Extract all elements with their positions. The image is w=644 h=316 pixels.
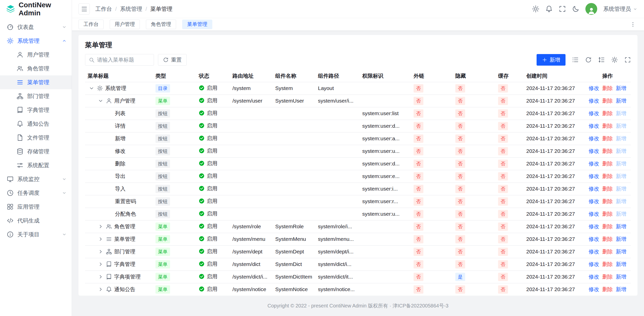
delete-link[interactable]: 删除 xyxy=(602,198,613,204)
delete-link[interactable]: 删除 xyxy=(602,211,613,217)
delete-link[interactable]: 删除 xyxy=(602,110,613,116)
add-link[interactable]: 新增 xyxy=(616,261,626,267)
modify-link[interactable]: 修改 xyxy=(589,286,599,292)
table-fullscreen-icon[interactable] xyxy=(624,57,631,63)
dark-mode-moon-icon[interactable] xyxy=(572,5,579,13)
delete-link[interactable]: 删除 xyxy=(602,173,613,179)
modify-link[interactable]: 修改 xyxy=(589,186,599,192)
chevron-right-icon[interactable] xyxy=(98,236,104,242)
delete-link[interactable]: 删除 xyxy=(602,249,613,254)
delete-link[interactable]: 删除 xyxy=(602,286,613,292)
add-link[interactable]: 新增 xyxy=(616,223,626,229)
sidebar-item[interactable]: 任务调度 xyxy=(0,186,72,200)
sidebar-item[interactable]: 仪表盘 xyxy=(0,20,72,34)
sidebar-item[interactable]: 应用管理 xyxy=(0,200,72,214)
add-link[interactable]: 新增 xyxy=(616,198,626,204)
add-link[interactable]: 新增 xyxy=(616,123,626,129)
tab[interactable]: 工作台 xyxy=(78,20,104,29)
stripe-icon[interactable] xyxy=(572,57,579,63)
breadcrumb-item[interactable]: 菜单管理 xyxy=(150,5,172,13)
add-link[interactable]: 新增 xyxy=(616,136,626,141)
delete-link[interactable]: 删除 xyxy=(602,223,613,229)
row-height-icon[interactable] xyxy=(598,57,605,63)
delete-link[interactable]: 删除 xyxy=(602,261,613,267)
delete-link[interactable]: 删除 xyxy=(602,98,613,104)
sidebar-subitem[interactable]: 文件管理 xyxy=(0,131,72,145)
add-link[interactable]: 新增 xyxy=(616,249,626,254)
sidebar-subitem[interactable]: 字典管理 xyxy=(0,103,72,117)
modify-link[interactable]: 修改 xyxy=(589,249,599,254)
add-link[interactable]: 新增 xyxy=(616,173,626,179)
add-link[interactable]: 新增 xyxy=(616,211,626,217)
delete-link[interactable]: 删除 xyxy=(602,236,613,242)
sidebar-subitem[interactable]: 菜单管理 xyxy=(0,75,72,89)
sidebar-subitem[interactable]: 角色管理 xyxy=(0,62,72,75)
user-menu[interactable]: 系统管理员 xyxy=(603,5,637,13)
chevron-right-icon[interactable] xyxy=(98,223,104,230)
reset-button[interactable]: 重置 xyxy=(158,54,187,66)
chevron-down-icon[interactable] xyxy=(98,98,104,104)
modify-link[interactable]: 修改 xyxy=(589,274,599,280)
delete-link[interactable]: 删除 xyxy=(602,136,613,141)
add-link[interactable]: 新增 xyxy=(616,148,626,154)
notification-bell-icon[interactable] xyxy=(545,5,553,13)
add-link[interactable]: 新增 xyxy=(616,274,626,280)
add-link[interactable]: 新增 xyxy=(616,85,626,91)
search-input[interactable] xyxy=(97,57,150,63)
modify-link[interactable]: 修改 xyxy=(589,136,599,141)
sidebar-item[interactable]: 系统管理 xyxy=(0,34,72,48)
sidebar-subitem[interactable]: 系统配置 xyxy=(0,158,72,172)
modify-link[interactable]: 修改 xyxy=(589,148,599,154)
tab[interactable]: 角色管理 xyxy=(146,20,176,29)
settings-gear-icon[interactable] xyxy=(532,5,539,13)
chevron-right-icon[interactable] xyxy=(98,261,104,267)
modify-link[interactable]: 修改 xyxy=(589,261,599,267)
avatar[interactable] xyxy=(585,3,597,15)
sidebar-item[interactable]: 关于项目 xyxy=(0,228,72,241)
modify-link[interactable]: 修改 xyxy=(589,110,599,116)
modify-link[interactable]: 修改 xyxy=(589,236,599,242)
modify-link[interactable]: 修改 xyxy=(589,161,599,166)
column-settings-icon[interactable] xyxy=(611,57,618,63)
add-link[interactable]: 新增 xyxy=(616,110,626,116)
tab-more-button[interactable] xyxy=(628,20,637,29)
delete-link[interactable]: 删除 xyxy=(602,186,613,192)
modify-link[interactable]: 修改 xyxy=(589,223,599,229)
delete-link[interactable]: 删除 xyxy=(602,161,613,166)
delete-link[interactable]: 删除 xyxy=(602,148,613,154)
logo[interactable]: ContiNew Admin xyxy=(0,0,72,18)
chevron-right-icon[interactable] xyxy=(98,286,104,292)
chevron-down-icon[interactable] xyxy=(89,85,95,91)
refresh-table-icon[interactable] xyxy=(585,57,592,63)
add-link[interactable]: 新增 xyxy=(616,98,626,104)
modify-link[interactable]: 修改 xyxy=(589,173,599,179)
delete-link[interactable]: 删除 xyxy=(602,123,613,129)
breadcrumb-item[interactable]: 工作台 xyxy=(95,5,112,13)
fullscreen-icon[interactable] xyxy=(559,5,566,13)
add-button[interactable]: 新增 xyxy=(537,54,566,66)
sidebar-subitem[interactable]: 通知公告 xyxy=(0,117,72,131)
sidebar-subitem[interactable]: 部门管理 xyxy=(0,89,72,103)
sidebar-collapse-button[interactable] xyxy=(78,3,90,15)
add-link[interactable]: 新增 xyxy=(616,186,626,192)
modify-link[interactable]: 修改 xyxy=(589,123,599,129)
delete-link[interactable]: 删除 xyxy=(602,274,613,280)
modify-link[interactable]: 修改 xyxy=(589,198,599,204)
delete-link[interactable]: 删除 xyxy=(602,85,613,91)
modify-link[interactable]: 修改 xyxy=(589,85,599,91)
add-link[interactable]: 新增 xyxy=(616,161,626,166)
modify-link[interactable]: 修改 xyxy=(589,98,599,104)
tab[interactable]: 用户管理 xyxy=(110,20,140,29)
add-link[interactable]: 新增 xyxy=(616,236,626,242)
tab[interactable]: 菜单管理 xyxy=(182,20,212,29)
chevron-right-icon[interactable] xyxy=(98,274,104,280)
modify-link[interactable]: 修改 xyxy=(589,211,599,217)
search-box[interactable] xyxy=(85,54,154,66)
sidebar-subitem[interactable]: 存储管理 xyxy=(0,145,72,158)
breadcrumb-item[interactable]: 系统管理 xyxy=(120,5,142,13)
add-link[interactable]: 新增 xyxy=(616,286,626,292)
sidebar-item[interactable]: 系统监控 xyxy=(0,172,72,186)
sidebar-subitem[interactable]: 用户管理 xyxy=(0,48,72,62)
sidebar-item[interactable]: 代码生成 xyxy=(0,214,72,228)
chevron-right-icon[interactable] xyxy=(98,249,104,255)
